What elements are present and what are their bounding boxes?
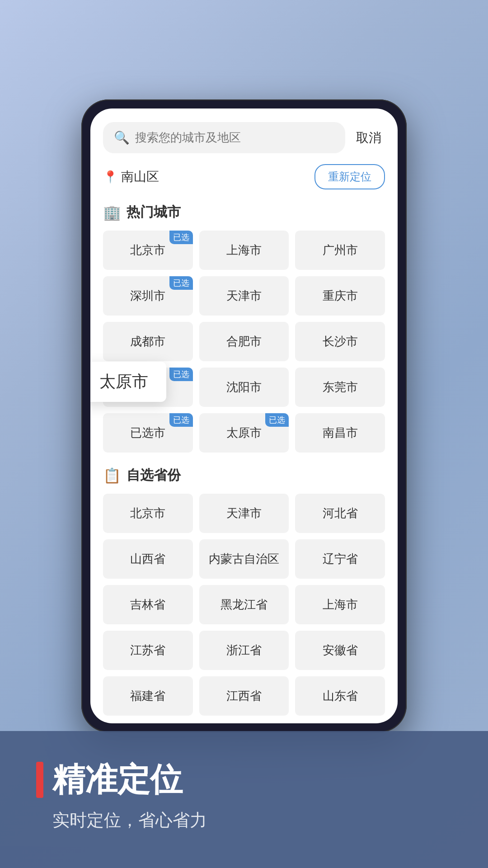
province-button[interactable]: 山东省 <box>295 676 385 716</box>
provinces-icon: 📋 <box>103 467 121 484</box>
hot-cities-icon: 🏢 <box>103 204 121 221</box>
tooltip-popup: 太原市 <box>90 362 166 402</box>
location-row: 📍 南山区 重新定位 <box>103 164 385 189</box>
search-icon: 🔍 <box>114 130 130 145</box>
province-button[interactable]: 安徽省 <box>295 631 385 670</box>
province-button[interactable]: 山西省 <box>103 539 193 579</box>
hot-cities-header: 🏢 热门城市 <box>103 203 385 222</box>
red-accent <box>36 762 43 798</box>
province-button[interactable]: 内蒙古自治区 <box>199 539 289 579</box>
phone-frame: 🔍 取消 📍 南山区 重新定位 🏢 热门城市 北京市上海市广州市深圳市天津市重庆… <box>81 99 407 732</box>
hot-city-button[interactable]: 上海市 <box>199 231 289 270</box>
province-button[interactable]: 江苏省 <box>103 631 193 670</box>
province-button[interactable]: 黑龙江省 <box>199 585 289 624</box>
hot-cities-grid: 北京市上海市广州市深圳市天津市重庆市成都市合肥市长沙市杭州市沈阳市东莞市已选市太… <box>103 231 385 453</box>
hot-city-button[interactable]: 合肥市 <box>199 322 289 361</box>
province-button[interactable]: 江西省 <box>199 676 289 716</box>
marketing-section: 精准定位 实时定位，省心省力 <box>0 731 488 868</box>
marketing-title: 精准定位 <box>52 758 183 802</box>
app-content: 🔍 取消 📍 南山区 重新定位 🏢 热门城市 北京市上海市广州市深圳市天津市重庆… <box>90 108 398 723</box>
search-input-wrap[interactable]: 🔍 <box>103 122 345 153</box>
search-bar: 🔍 取消 <box>103 122 385 153</box>
hot-city-button[interactable]: 深圳市 <box>103 276 193 316</box>
current-location: 南山区 <box>121 168 159 185</box>
hot-cities-title: 热门城市 <box>127 203 181 222</box>
search-input[interactable] <box>135 131 334 145</box>
province-button[interactable]: 北京市 <box>103 494 193 533</box>
hot-city-button[interactable]: 已选市 <box>103 413 193 453</box>
marketing-subtitle: 实时定位，省心省力 <box>36 809 452 832</box>
location-icon: 📍 <box>103 170 117 184</box>
hot-city-button[interactable]: 北京市 <box>103 231 193 270</box>
hot-city-button[interactable]: 天津市 <box>199 276 289 316</box>
province-button[interactable]: 河北省 <box>295 494 385 533</box>
provinces-title: 自选省份 <box>127 466 181 485</box>
province-button[interactable]: 浙江省 <box>199 631 289 670</box>
hot-city-button[interactable]: 广州市 <box>295 231 385 270</box>
provinces-header: 📋 自选省份 <box>103 466 385 485</box>
phone-screen: 🔍 取消 📍 南山区 重新定位 🏢 热门城市 北京市上海市广州市深圳市天津市重庆… <box>90 108 398 723</box>
province-button[interactable]: 上海市 <box>295 585 385 624</box>
location-left: 📍 南山区 <box>103 168 159 185</box>
hot-city-button[interactable]: 沈阳市 <box>199 368 289 407</box>
hot-city-button[interactable]: 东莞市 <box>295 368 385 407</box>
province-button[interactable]: 天津市 <box>199 494 289 533</box>
cancel-button[interactable]: 取消 <box>352 126 385 150</box>
provinces-grid: 北京市天津市河北省山西省内蒙古自治区辽宁省吉林省黑龙江省上海市江苏省浙江省安徽省… <box>103 494 385 716</box>
hot-city-button[interactable]: 成都市 <box>103 322 193 361</box>
province-button[interactable]: 福建省 <box>103 676 193 716</box>
hot-city-button[interactable]: 南昌市 <box>295 413 385 453</box>
province-button[interactable]: 吉林省 <box>103 585 193 624</box>
hot-city-button[interactable]: 重庆市 <box>295 276 385 316</box>
province-button[interactable]: 辽宁省 <box>295 539 385 579</box>
hot-city-button[interactable]: 太原市 <box>199 413 289 453</box>
hot-city-button[interactable]: 长沙市 <box>295 322 385 361</box>
relocate-button[interactable]: 重新定位 <box>314 164 385 189</box>
